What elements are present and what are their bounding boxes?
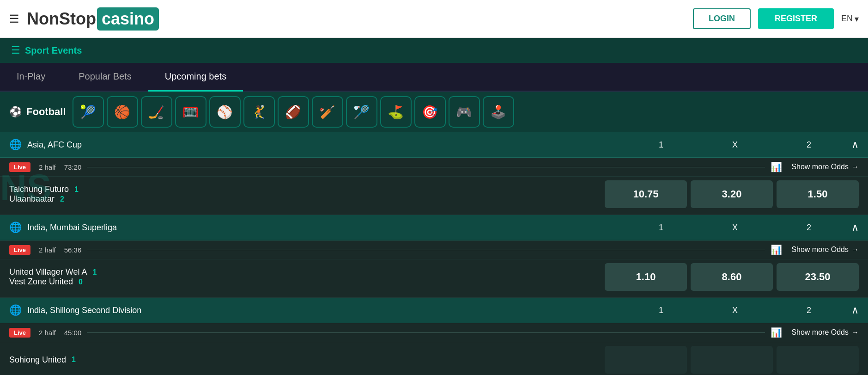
- show-more-odds-label: Show more Odds: [791, 246, 849, 254]
- show-more-odds-label: Show more Odds: [791, 328, 849, 337]
- arrow-icon: →: [851, 246, 859, 254]
- oddsx-button[interactable]: 8.60: [691, 263, 773, 291]
- odds1-button[interactable]: 1.10: [605, 263, 687, 291]
- team1-name: Sohiong United: [9, 355, 66, 365]
- league-icon: 🌐: [9, 139, 22, 151]
- sport-golf-icon[interactable]: ⛳: [380, 96, 412, 128]
- sport-events-menu-icon[interactable]: ☰: [11, 44, 20, 56]
- live-badge: Live: [9, 245, 30, 255]
- col-headers: 1 X 2: [624, 306, 846, 315]
- odds-cols: 1.10 8.60 23.50: [605, 263, 859, 291]
- live-badge: Live: [9, 162, 30, 172]
- hamburger-menu-icon[interactable]: ☰: [9, 12, 19, 25]
- team2-line: Ulaanbaatar 2: [9, 194, 605, 204]
- sport-handball-icon[interactable]: 🤾: [243, 96, 275, 128]
- show-more-odds-button-shillong[interactable]: Show more Odds →: [791, 328, 859, 337]
- col-header-1: 1: [624, 140, 698, 150]
- chart-icon[interactable]: 📊: [771, 161, 782, 172]
- show-more-odds-button-mumbai[interactable]: Show more Odds →: [791, 246, 859, 254]
- show-more-odds-button-afc[interactable]: Show more Odds →: [791, 163, 859, 171]
- team1-name: Taichung Futuro: [9, 184, 69, 194]
- header-left: ☰ NonStopcasino: [9, 7, 159, 31]
- odds2-button[interactable]: 1.50: [777, 180, 859, 208]
- match-half: 2 half: [39, 163, 56, 171]
- col-header-x: X: [698, 306, 772, 315]
- sport-tennis-icon[interactable]: 🎾: [73, 96, 104, 128]
- header-right: LOGIN REGISTER EN ▾: [693, 8, 859, 29]
- tab-upcoming[interactable]: Upcoming bets: [148, 63, 243, 92]
- team1-name: United Villager Wel A: [9, 267, 87, 277]
- team1-line: Taichung Futuro 1: [9, 184, 605, 194]
- oddsx-button[interactable]: 3.20: [691, 180, 773, 208]
- football-icon: ⚽: [9, 106, 22, 118]
- league-collapse-button[interactable]: ∧: [851, 139, 859, 151]
- col-headers: 1 X 2: [624, 223, 846, 233]
- league-afc-cup: 🌐 Asia, AFC Cup 1 X 2 ∧: [0, 132, 868, 158]
- live-badge: Live: [9, 328, 30, 338]
- sport-football-active[interactable]: ⚽ Football: [6, 106, 70, 118]
- tabs-bar: In-Play Popular Bets Upcoming bets: [0, 63, 868, 92]
- sport-basketball-icon[interactable]: 🏀: [107, 96, 138, 128]
- team1-score: 1: [72, 356, 79, 364]
- match-live-row-shillong: Live 2 half 45:00 📊 Show more Odds →: [0, 323, 868, 342]
- match-half: 2 half: [39, 246, 56, 254]
- league-icon: 🌐: [9, 304, 22, 316]
- col-headers: 1 X 2: [624, 140, 846, 150]
- arrow-icon: →: [851, 328, 859, 337]
- teams-col: United Villager Wel A 1 Vest Zone United…: [9, 267, 605, 287]
- sport-badminton-icon[interactable]: 🏸: [346, 96, 377, 128]
- league-name: Asia, AFC Cup: [27, 140, 624, 150]
- sport-gaming2-icon[interactable]: 🕹️: [483, 96, 514, 128]
- match-time: 56:36: [64, 246, 82, 254]
- arrow-icon: →: [851, 163, 859, 171]
- col-header-x: X: [698, 140, 772, 150]
- col-header-2: 2: [772, 223, 846, 233]
- language-selector[interactable]: EN ▾: [841, 14, 859, 24]
- sport-events-bar: ☰ Sport Events: [0, 38, 868, 63]
- sport-darts-icon[interactable]: 🎯: [414, 96, 446, 128]
- league-name: India, Shillong Second Division: [27, 306, 624, 315]
- league-collapse-button[interactable]: ∧: [851, 304, 859, 316]
- match-half: 2 half: [39, 329, 56, 337]
- sport-baseball-icon[interactable]: ⚾: [209, 96, 241, 128]
- football-label-text: Football: [26, 106, 66, 118]
- chevron-down-icon: ▾: [855, 14, 859, 24]
- tab-popular[interactable]: Popular Bets: [62, 63, 148, 92]
- col-header-2: 2: [772, 140, 846, 150]
- sport-volleyball-icon[interactable]: 🥅: [175, 96, 206, 128]
- register-button[interactable]: REGISTER: [758, 8, 834, 29]
- league-mumbai: 🌐 India, Mumbai Superliga 1 X 2 ∧: [0, 215, 868, 240]
- odds2-button[interactable]: 23.50: [777, 263, 859, 291]
- teams-col: Sohiong United 1: [9, 355, 605, 365]
- oddsx-button[interactable]: [691, 346, 773, 374]
- match-live-row-mumbai: Live 2 half 56:36 📊 Show more Odds →: [0, 240, 868, 259]
- team2-name: Ulaanbaatar: [9, 194, 55, 204]
- match-time: 45:00: [64, 329, 82, 337]
- team2-line: Vest Zone United 0: [9, 277, 605, 287]
- col-header-1: 1: [624, 306, 698, 315]
- col-header-1: 1: [624, 223, 698, 233]
- sport-events-label: Sport Events: [25, 45, 82, 56]
- teams-row-mumbai: United Villager Wel A 1 Vest Zone United…: [0, 259, 868, 298]
- live-line: [87, 332, 765, 333]
- league-icon: 🌐: [9, 221, 22, 234]
- tab-inplay[interactable]: In-Play: [0, 63, 62, 92]
- col-header-x: X: [698, 223, 772, 233]
- odds1-button[interactable]: 10.75: [605, 180, 687, 208]
- odds-cols: 10.75 3.20 1.50: [605, 180, 859, 208]
- odds2-button[interactable]: [777, 346, 859, 374]
- team1-score: 1: [92, 268, 100, 277]
- login-button[interactable]: LOGIN: [693, 8, 751, 29]
- league-collapse-button[interactable]: ∧: [851, 221, 859, 234]
- odds1-button[interactable]: [605, 346, 687, 374]
- sport-esports-icon[interactable]: 🎮: [449, 96, 480, 128]
- sport-cricket-icon[interactable]: 🏏: [312, 96, 343, 128]
- show-more-odds-label: Show more Odds: [791, 163, 849, 171]
- sport-rugby-icon[interactable]: 🏈: [278, 96, 309, 128]
- chart-icon[interactable]: 📊: [771, 244, 782, 255]
- teams-row-shillong: Sohiong United 1: [0, 342, 868, 375]
- sport-hockey-icon[interactable]: 🏒: [141, 96, 172, 128]
- chart-icon[interactable]: 📊: [771, 327, 782, 338]
- logo: NonStopcasino: [27, 7, 159, 31]
- logo-casino: casino: [97, 7, 159, 31]
